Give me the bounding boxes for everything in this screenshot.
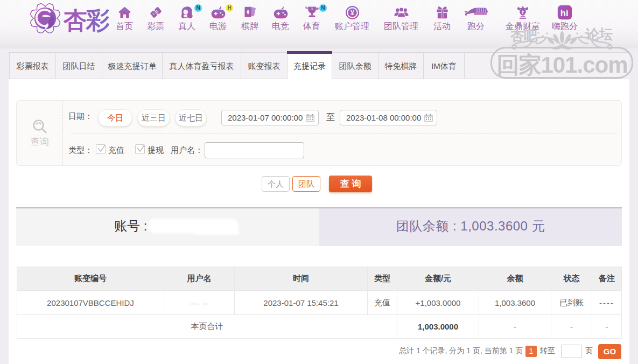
svg-text:1: 1 xyxy=(311,6,313,11)
svg-text:¥: ¥ xyxy=(350,9,354,16)
